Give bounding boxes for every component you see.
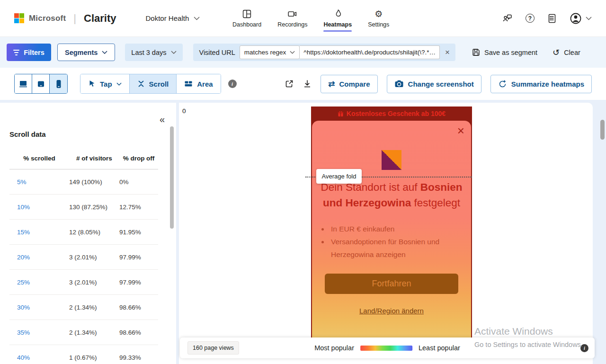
scroll-data-panel: « Scroll data % scrolled # of visitors %… — [0, 103, 176, 364]
table-row: 15%12 (8.05%)91.95% — [9, 220, 158, 245]
popularity-legend: Most popular Least popular — [314, 344, 460, 352]
cursor-icon — [88, 80, 96, 88]
area-icon — [184, 80, 193, 88]
modal-heading: Dein Standort ist auf Bosnien und Herzeg… — [319, 179, 464, 211]
url-regex-value[interactable]: ^https://doktorhealth\.de/products/shila… — [300, 45, 440, 59]
feedback-icon[interactable] — [502, 13, 513, 24]
url-operator-dropdown[interactable]: matches regex — [240, 45, 300, 59]
filter-actions: Save as segment ↺ Clear — [472, 48, 580, 57]
product-name: Clarity — [84, 12, 116, 25]
save-as-segment-button[interactable]: Save as segment — [472, 48, 537, 56]
primary-tabs: Dashboard Recordings Heatmaps ⚙ Settings — [232, 0, 390, 36]
table-header-row: % scrolled # of visitors % drop off — [9, 155, 158, 169]
scrolled-link[interactable]: 5% — [9, 178, 69, 186]
tap-mode-dropdown[interactable]: Tap — [80, 74, 130, 93]
clear-filters-button[interactable]: ↺ Clear — [553, 48, 580, 57]
panel-title: Scroll data — [9, 130, 46, 138]
filter-bar: Filters Segments Last 3 days Visited URL… — [0, 37, 606, 68]
most-popular-label: Most popular — [314, 344, 354, 352]
remove-filter-icon[interactable]: × — [444, 48, 451, 57]
collapse-panel-icon[interactable]: « — [160, 114, 165, 125]
change-region-link[interactable]: Land/Region ändern — [312, 307, 471, 315]
share-icon[interactable] — [285, 79, 294, 89]
scroll-data-table: % scrolled # of visitors % drop off 5%14… — [9, 155, 158, 364]
average-fold-label: Average fold — [316, 169, 362, 184]
chevron-down-icon — [194, 17, 200, 20]
microsoft-logo-icon — [14, 13, 24, 23]
scroll-icon — [137, 80, 145, 88]
device-desktop-button[interactable] — [15, 74, 32, 93]
modal-bullet-list: In EUR € einkaufen Versandoptionen für B… — [329, 222, 462, 261]
chevron-down-icon — [586, 17, 592, 20]
scroll-mode-button[interactable]: Scroll — [130, 74, 177, 93]
column-header: % scrolled — [9, 155, 69, 162]
compare-arrows-icon: ⇄ — [328, 80, 335, 88]
tab-label: Dashboard — [232, 21, 261, 28]
area-mode-button[interactable]: Area — [177, 74, 220, 93]
device-mobile-button[interactable] — [50, 74, 67, 93]
chevron-down-icon — [116, 82, 122, 86]
download-icon[interactable] — [303, 79, 312, 89]
summarize-heatmaps-button[interactable]: Summarize heatmaps — [490, 75, 592, 93]
save-icon — [472, 48, 480, 56]
heatmaps-flame-icon — [333, 9, 343, 19]
scrolled-link[interactable]: 35% — [9, 329, 69, 336]
tab-label: Heatmaps — [323, 21, 352, 28]
mobile-icon — [56, 80, 62, 89]
tab-label: Recordings — [277, 21, 307, 28]
info-icon[interactable]: i — [228, 80, 237, 88]
region-modal: × Dein Standort ist auf Bosnien und Herz… — [312, 121, 471, 337]
top-nav: Microsoft | Clarity Doktor Health Dashbo… — [0, 0, 606, 37]
help-icon[interactable]: ? — [526, 14, 535, 23]
scrolled-link[interactable]: 25% — [9, 279, 69, 286]
settings-gear-icon: ⚙ — [374, 9, 383, 19]
page-views-badge: 160 page views — [187, 341, 239, 355]
tab-label: Settings — [368, 21, 389, 28]
change-screenshot-button[interactable]: Change screenshot — [387, 75, 481, 93]
tab-dashboard[interactable]: Dashboard — [232, 0, 262, 36]
account-menu[interactable] — [570, 12, 592, 25]
tab-heatmaps[interactable]: Heatmaps — [322, 0, 353, 36]
undo-icon: ↺ — [553, 48, 560, 57]
close-icon[interactable]: × — [457, 124, 464, 137]
device-toggle-group — [14, 74, 68, 94]
filters-button[interactable]: Filters — [7, 44, 51, 61]
column-header: # of visitors — [69, 155, 119, 162]
release-notes-icon[interactable] — [547, 13, 557, 24]
continue-button[interactable]: Fortfahren — [325, 274, 458, 294]
tab-settings[interactable]: ⚙ Settings — [367, 0, 390, 36]
legend-info-icon[interactable]: i — [580, 344, 588, 352]
date-range-dropdown[interactable]: Last 3 days — [125, 44, 183, 61]
scrolled-link[interactable]: 20% — [9, 254, 69, 261]
project-selector[interactable]: Doktor Health — [146, 14, 200, 22]
heatmap-screenshot: Kostenloses Geschenk ab 100€ × Dein Stan… — [311, 107, 472, 337]
scrolled-link[interactable]: 30% — [9, 304, 69, 311]
table-row: 20%3 (2.01%)97.99% — [9, 245, 158, 270]
scrolled-link[interactable]: 40% — [9, 354, 69, 361]
avatar-icon — [570, 12, 582, 25]
panel-scrollbar[interactable] — [170, 126, 174, 229]
brand: Microsoft | Clarity — [14, 12, 116, 25]
header-icons: ? — [502, 12, 592, 25]
ai-summarize-icon — [498, 80, 507, 89]
table-row: 5%149 (100%)0% — [9, 169, 158, 195]
dashboard-icon — [242, 9, 252, 19]
column-header: % drop off — [119, 155, 158, 162]
legend-gradient-bar — [360, 346, 412, 351]
device-tablet-button[interactable] — [32, 74, 50, 93]
chevron-down-icon — [102, 51, 107, 54]
filter-icon — [13, 50, 19, 55]
chevron-down-icon — [171, 51, 177, 54]
desktop-icon — [18, 80, 28, 88]
scrolled-link[interactable]: 15% — [9, 229, 69, 236]
recordings-icon — [287, 9, 297, 19]
promo-banner: Kostenloses Geschenk ab 100€ — [311, 107, 472, 121]
gift-icon — [338, 111, 344, 117]
table-row: 35%2 (1.34%)98.66% — [9, 320, 158, 345]
window-scrollbar[interactable] — [600, 120, 605, 140]
compare-button[interactable]: ⇄ Compare — [321, 75, 377, 93]
segments-dropdown[interactable]: Segments — [57, 44, 115, 61]
table-row: 30%2 (1.34%)98.66% — [9, 295, 158, 320]
scrolled-link[interactable]: 10% — [9, 204, 69, 211]
tab-recordings[interactable]: Recordings — [276, 0, 308, 36]
